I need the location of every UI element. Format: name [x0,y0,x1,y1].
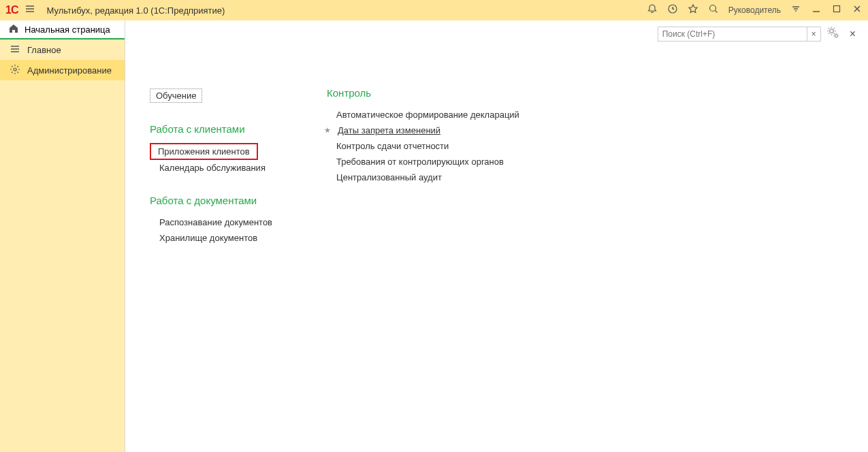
filter-icon[interactable] [790,3,801,17]
close-button[interactable] [852,3,863,17]
svg-rect-2 [834,6,840,12]
link-regulator-requirements[interactable]: Требования от контролирующих органов [327,154,519,170]
column-2: Контроль Автоматическое формирование дек… [327,88,519,265]
svg-point-1 [709,5,716,12]
maximize-button[interactable] [831,3,842,17]
main-menu-icon[interactable] [25,3,35,18]
svg-point-4 [829,29,833,33]
link-change-ban-dates[interactable]: Даты запрета изменений [327,123,519,138]
link-central-audit[interactable]: Централизованный аудит [327,170,519,185]
search-icon[interactable] [708,3,719,17]
logo-1c: 1C [5,4,18,16]
home-icon [8,23,19,36]
link-service-calendar[interactable]: Календарь обслуживания [150,160,272,176]
sidebar-item-main[interactable]: Главное [0,39,125,60]
svg-point-5 [835,34,837,37]
bell-icon[interactable] [647,3,658,17]
column-1: Обучение Работа с клиентами Приложения к… [150,88,272,265]
section-clients: Работа с клиентами Приложения клиентов К… [150,123,272,176]
titlebar-actions: Руководитель [647,3,863,17]
training-button[interactable]: Обучение [150,88,202,103]
sidebar: Начальная страница Главное Администриров… [0,20,125,452]
content-area: × × Обучение Работа с клиентами Приложен… [125,20,868,452]
sidebar-item-admin[interactable]: Администрирование [0,60,125,80]
history-icon[interactable] [667,3,678,17]
hamburger-icon [10,44,20,56]
link-client-apps[interactable]: Приложения клиентов [150,143,258,160]
app-title: Мультибух, редакция 1.0 (1С:Предприятие) [46,5,639,16]
search-input[interactable] [658,27,807,42]
section-documents: Работа с документами Распознавание докум… [150,195,272,246]
link-auto-declarations[interactable]: Автоматическое формирование деклараций [327,107,519,123]
link-doc-recognition[interactable]: Распознавание документов [150,214,272,230]
settings-gear-icon[interactable] [826,26,840,42]
section-title: Работа с клиентами [150,123,272,135]
link-reporting-control[interactable]: Контроль сдачи отчетности [327,138,519,154]
section-title: Контроль [327,87,519,99]
close-panel-button[interactable]: × [846,28,860,40]
search-clear-button[interactable]: × [807,27,821,42]
star-icon[interactable] [688,3,698,17]
sidebar-tab-home[interactable]: Начальная страница [0,20,125,39]
section-control: Контроль Автоматическое формирование дек… [327,87,519,185]
content-toolbar: × × [658,26,860,42]
titlebar: 1C Мультибух, редакция 1.0 (1С:Предприят… [0,0,868,20]
gear-icon [10,64,20,77]
sidebar-item-label: Главное [27,45,61,55]
link-doc-storage[interactable]: Хранилище документов [150,230,272,246]
sidebar-item-label: Администрирование [27,65,112,76]
user-label[interactable]: Руководитель [728,5,781,15]
section-title: Работа с документами [150,195,272,206]
minimize-button[interactable] [811,3,822,17]
sidebar-tab-label: Начальная страница [25,25,110,35]
svg-point-3 [14,68,16,71]
